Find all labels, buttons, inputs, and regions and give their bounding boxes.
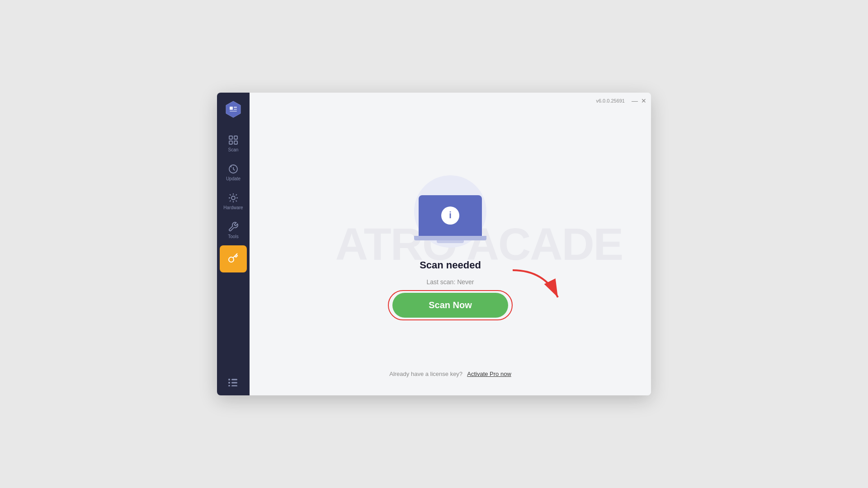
sidebar-update-label: Update — [226, 176, 241, 181]
svg-point-16 — [228, 385, 230, 386]
license-text: Already have a license key? Activate Pro… — [389, 371, 511, 377]
svg-rect-3 — [234, 109, 237, 110]
sidebar: Scan Update Hardware — [217, 93, 250, 395]
scan-now-button[interactable]: Scan Now — [392, 293, 508, 318]
activate-pro-link[interactable]: Activate Pro now — [467, 371, 511, 377]
sidebar-item-key[interactable] — [220, 245, 247, 272]
last-scan-text: Last scan: Never — [426, 278, 474, 286]
laptop-screen: i — [419, 195, 482, 236]
sidebar-item-update[interactable]: Update — [220, 159, 247, 186]
scan-now-wrapper: Scan Now — [392, 293, 508, 318]
sidebar-hardware-label: Hardware — [223, 205, 243, 210]
central-content: ✦ ✦ ✦ ✦ i Scan needed Last scan: Never — [392, 171, 508, 318]
svg-point-12 — [228, 379, 230, 380]
scan-illustration: ✦ ✦ ✦ ✦ i — [405, 171, 495, 252]
svg-marker-0 — [226, 101, 241, 117]
red-arrow — [508, 266, 567, 306]
svg-rect-4 — [230, 111, 237, 112]
title-bar: v6.0.0.25691 — ✕ — [596, 93, 651, 109]
main-content: ATRO ACADE ✦ ✦ ✦ ✦ i — [250, 93, 651, 395]
close-button[interactable]: ✕ — [640, 97, 647, 104]
info-icon: i — [441, 206, 459, 225]
svg-rect-5 — [229, 136, 232, 139]
laptop-stand — [437, 240, 464, 243]
license-static-text: Already have a license key? — [389, 371, 462, 377]
svg-rect-8 — [234, 141, 237, 144]
minimize-button[interactable]: — — [631, 97, 638, 104]
svg-rect-15 — [231, 382, 237, 384]
app-logo[interactable] — [224, 100, 243, 119]
svg-rect-13 — [231, 379, 237, 380]
scan-needed-title: Scan needed — [420, 259, 481, 271]
svg-rect-6 — [234, 136, 237, 139]
sidebar-item-hardware[interactable]: Hardware — [220, 188, 247, 215]
svg-point-10 — [231, 196, 235, 200]
illustration-laptop: i — [412, 195, 489, 243]
sidebar-nav: Scan Update Hardware — [220, 130, 247, 377]
sidebar-item-tools[interactable]: Tools — [220, 216, 247, 244]
svg-rect-1 — [230, 107, 233, 110]
sidebar-bottom-menu[interactable] — [228, 377, 239, 388]
version-text: v6.0.0.25691 — [596, 98, 625, 103]
sidebar-scan-label: Scan — [228, 147, 239, 152]
laptop-base — [414, 236, 486, 240]
app-window: v6.0.0.25691 — ✕ — [217, 93, 651, 395]
sidebar-tools-label: Tools — [228, 234, 238, 239]
svg-point-11 — [229, 257, 234, 262]
sidebar-item-scan[interactable]: Scan — [220, 130, 247, 157]
svg-rect-7 — [229, 141, 232, 144]
svg-point-14 — [228, 382, 230, 384]
svg-rect-17 — [231, 385, 237, 387]
svg-rect-2 — [234, 107, 237, 108]
